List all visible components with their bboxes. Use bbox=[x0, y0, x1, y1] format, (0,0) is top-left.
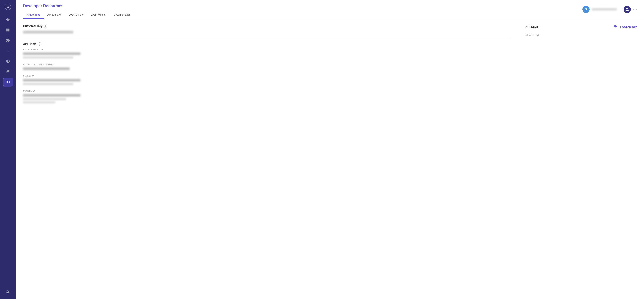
discover-block: DISCOVER bbox=[23, 75, 511, 85]
events-api-label: EVENTS API bbox=[23, 90, 511, 92]
sidebar-nav bbox=[0, 15, 16, 86]
customer-key-title: Customer Key bbox=[23, 24, 42, 28]
sidebar-bottom bbox=[3, 287, 13, 296]
api-keys-header: API Keys + Add Api Key bbox=[526, 24, 637, 29]
sidebar-item-dashboard[interactable] bbox=[3, 25, 13, 34]
discover-url bbox=[23, 79, 80, 81]
svg-point-1 bbox=[7, 6, 8, 7]
tab-api-explorer[interactable]: API Explorer bbox=[44, 11, 65, 19]
api-keys-actions: + Add Api Key bbox=[614, 24, 637, 29]
header-actions: -- ▾ bbox=[633, 8, 637, 11]
tab-event-monitor[interactable]: Event Monitor bbox=[87, 11, 110, 19]
no-api-keys-message: No API Keys bbox=[526, 33, 637, 36]
separator: — bbox=[619, 8, 621, 11]
server-api-host-url bbox=[23, 52, 80, 55]
discover-sub bbox=[23, 83, 73, 85]
server-api-host-block: SERVER API HOST bbox=[23, 48, 511, 58]
chevron-down-icon[interactable]: ▾ bbox=[636, 8, 637, 11]
events-api-block: EVENTS API bbox=[23, 90, 511, 103]
sidebar-item-analytics[interactable] bbox=[3, 46, 13, 55]
sidebar-item-database[interactable] bbox=[3, 67, 13, 76]
events-api-url bbox=[23, 94, 80, 97]
avatar: S bbox=[582, 6, 590, 13]
app-logo[interactable] bbox=[4, 3, 12, 11]
server-api-host-label: SERVER API HOST bbox=[23, 48, 511, 51]
add-api-key-button[interactable]: + Add Api Key bbox=[620, 25, 637, 28]
header: Developer Resources API Access API Explo… bbox=[16, 0, 644, 19]
auth-api-host-url bbox=[23, 67, 70, 70]
user-icon[interactable] bbox=[624, 6, 631, 13]
tabs-bar: API Access API Explorer Event Builder Ev… bbox=[23, 11, 134, 19]
tab-event-builder[interactable]: Event Builder bbox=[65, 11, 87, 19]
header-right: S — -- ▾ bbox=[582, 6, 637, 13]
sidebar-item-global[interactable] bbox=[3, 57, 13, 66]
content-area: Customer Key i API Hosts i SERVER API HO… bbox=[16, 19, 644, 299]
customer-key-section-title: Customer Key i bbox=[23, 24, 511, 28]
sidebar bbox=[0, 0, 16, 299]
server-api-host-sub bbox=[23, 56, 73, 58]
dropdown-dash: -- bbox=[633, 8, 634, 11]
tab-documentation[interactable]: Documentation bbox=[110, 11, 134, 19]
tab-api-access[interactable]: API Access bbox=[23, 11, 44, 19]
events-api-sub2 bbox=[23, 101, 55, 103]
api-hosts-info-icon[interactable]: i bbox=[38, 42, 41, 45]
api-hosts-title: API Hosts bbox=[23, 42, 37, 45]
auth-api-host-block: AUTHENTICATION API HOST bbox=[23, 63, 511, 70]
sidebar-item-developer[interactable] bbox=[3, 77, 13, 86]
customer-key-value bbox=[23, 31, 73, 33]
toggle-visibility-icon[interactable] bbox=[614, 24, 617, 29]
header-left: Developer Resources API Access API Explo… bbox=[23, 3, 134, 19]
api-keys-title: API Keys bbox=[526, 25, 538, 28]
events-api-sub bbox=[23, 98, 66, 100]
main-content: Developer Resources API Access API Explo… bbox=[16, 0, 644, 299]
right-panel: API Keys + Add Api Key No API Keys bbox=[518, 19, 644, 299]
sidebar-item-integrations[interactable] bbox=[3, 36, 13, 45]
customer-key-info-icon[interactable]: i bbox=[44, 24, 47, 28]
api-hosts-section-title: API Hosts i bbox=[23, 42, 511, 45]
sidebar-item-home[interactable] bbox=[3, 15, 13, 24]
left-panel: Customer Key i API Hosts i SERVER API HO… bbox=[16, 19, 518, 299]
page-title: Developer Resources bbox=[23, 3, 134, 8]
auth-api-host-label: AUTHENTICATION API HOST bbox=[23, 63, 511, 66]
discover-label: DISCOVER bbox=[23, 75, 511, 77]
user-name bbox=[592, 8, 617, 10]
sidebar-item-settings[interactable] bbox=[3, 287, 13, 296]
